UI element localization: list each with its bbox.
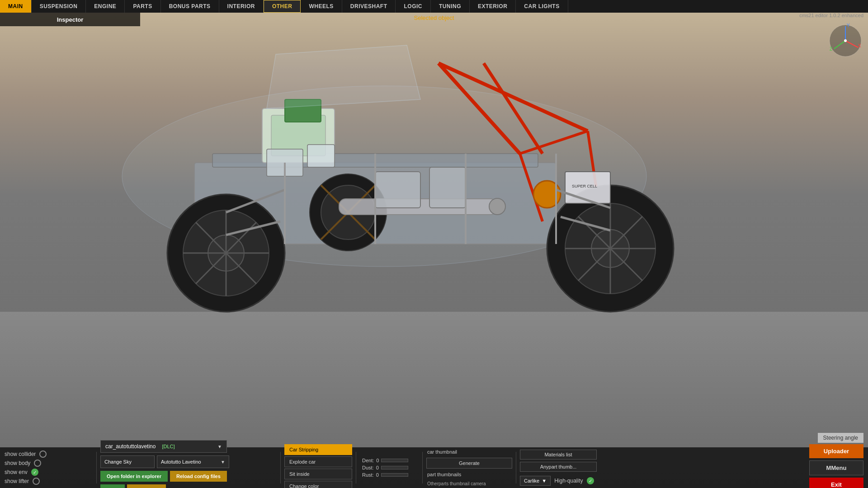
show-body-row: show body xyxy=(5,460,90,467)
quality-preset-dropdown[interactable]: Carlike ▼ xyxy=(520,476,551,486)
tab-engine[interactable]: ENGINE xyxy=(86,0,125,13)
tab-tuning[interactable]: TUNING xyxy=(431,0,470,13)
materials-list-button[interactable]: Materials list xyxy=(520,450,597,460)
reload-config-button[interactable]: Reload config files xyxy=(170,471,227,482)
dust-bar xyxy=(381,466,408,469)
stats-area: Dent: 0 Dust: 0 Rust: 0 xyxy=(358,455,421,480)
show-lifter-row: show lifter xyxy=(5,478,90,485)
inspector-panel: Inspector xyxy=(0,13,140,26)
car-dropdown-arrow: ▼ xyxy=(217,444,222,449)
svg-text:Y: Y xyxy=(847,23,850,28)
sky-selector-dropdown[interactable]: Autotutto Lavetino ▼ xyxy=(157,455,229,468)
explode-car-button[interactable]: Explode car xyxy=(284,456,352,467)
tab-logic[interactable]: LOGIC xyxy=(396,0,431,13)
bottom-bar: show collider show body show env show li… xyxy=(0,447,868,488)
show-env-label: show env xyxy=(5,469,28,475)
dust-stat-row: Dust: 0 xyxy=(362,465,416,470)
save-button[interactable]: Save xyxy=(100,484,125,488)
show-collider-checkbox[interactable] xyxy=(39,450,47,458)
tab-main[interactable]: MAIN xyxy=(0,0,32,13)
svg-rect-38 xyxy=(429,167,466,208)
show-body-checkbox[interactable] xyxy=(34,460,41,467)
part-thumbnails-label: part thumbnails xyxy=(426,471,512,478)
generate-button[interactable]: Generate xyxy=(426,458,512,469)
sky-value: Autotutto Lavetino xyxy=(161,459,201,465)
change-color-button[interactable]: Change color xyxy=(284,481,352,488)
rust-value: 0 xyxy=(376,472,379,478)
tab-bonus-parts[interactable]: BONUS PARTS xyxy=(161,0,219,13)
svg-text:SUPER CELL: SUPER CELL xyxy=(572,184,597,188)
dent-label: Dent: xyxy=(362,458,374,463)
rust-label: Rust: xyxy=(362,472,374,478)
dent-bar xyxy=(381,459,408,462)
quality-area: Carlike ▼ High-quality ✓ xyxy=(520,476,597,486)
context-menu-area: Car Stripping Explode car Sit inside Cha… xyxy=(282,442,354,488)
tab-exterior[interactable]: EXTERIOR xyxy=(470,0,516,13)
inspector-label: Inspector xyxy=(57,16,84,23)
high-quality-indicator: ✓ xyxy=(587,477,594,484)
sky-dropdown-row: Change Sky Autotutto Lavetino ▼ xyxy=(100,455,277,468)
tab-wheels[interactable]: WHEELS xyxy=(301,0,342,13)
change-sky-button[interactable]: Change Sky xyxy=(100,455,155,468)
tab-car-lights[interactable]: CAR LIGHTS xyxy=(516,0,568,13)
car-scene: SUPER CELL xyxy=(68,18,701,380)
quality-preset-value: Carlike xyxy=(524,478,539,483)
show-lifter-checkbox[interactable] xyxy=(33,478,40,485)
dent-value: 0 xyxy=(376,458,379,463)
svg-text:X: X xyxy=(858,43,861,48)
thumbnail-area: car thumbnail Generate part thumbnails O… xyxy=(424,446,514,488)
dent-stat-row: Dent: 0 xyxy=(362,458,416,463)
otherparts-camera-label: Otherparts thumbnail camera xyxy=(426,480,512,487)
car-selector-value: car_autotuttolavetino [DLC] xyxy=(105,443,175,450)
dust-label: Dust: xyxy=(362,465,374,470)
separator-5 xyxy=(516,452,516,483)
high-quality-label: High-quality xyxy=(554,478,583,484)
tab-interior[interactable]: INTERIOR xyxy=(219,0,264,13)
action-buttons-2: Save Reload Car xyxy=(100,484,277,488)
separator-1 xyxy=(96,452,97,483)
show-collider-label: show collider xyxy=(5,451,36,457)
version-text: cms21 editor 1.0.2 enhanced xyxy=(799,13,863,18)
show-env-checkbox[interactable] xyxy=(31,469,38,476)
car-stripping-button[interactable]: Car Stripping xyxy=(284,444,352,455)
separator-2 xyxy=(280,452,281,483)
uploader-button[interactable]: Uploader xyxy=(809,444,863,458)
show-collider-row: show collider xyxy=(5,450,90,458)
separator-4 xyxy=(422,452,423,483)
car-thumbnail-label: car thumbnail xyxy=(426,448,512,455)
bottom-left-section: show collider show body show env show li… xyxy=(0,448,95,487)
reload-car-button[interactable]: Reload Car xyxy=(127,484,166,488)
svg-rect-37 xyxy=(375,172,420,208)
exit-button[interactable]: Exit xyxy=(809,478,863,488)
dust-value: 0 xyxy=(376,465,379,470)
quality-preset-arrow: ▼ xyxy=(542,478,547,483)
car-svg: SUPER CELL xyxy=(68,18,701,371)
tab-other[interactable]: OTHER xyxy=(264,0,301,13)
right-action-buttons: Uploader MMenu Exit xyxy=(805,442,868,488)
sit-inside-button[interactable]: Sit inside xyxy=(284,469,352,479)
car-selector-dropdown[interactable]: car_autotuttolavetino [DLC] ▼ xyxy=(100,440,227,453)
rust-bar xyxy=(381,473,408,477)
steering-angle-label: Steering angle xyxy=(823,435,858,441)
rust-stat-row: Rust: 0 xyxy=(362,472,416,478)
svg-rect-34 xyxy=(307,145,335,167)
show-env-row: show env xyxy=(5,469,90,476)
show-lifter-label: show lifter xyxy=(5,478,29,484)
open-folder-button[interactable]: Open folder in explorer xyxy=(100,471,168,482)
tab-parts[interactable]: PARTS xyxy=(125,0,160,13)
sky-dropdown-arrow: ▼ xyxy=(221,460,225,465)
svg-text:Z: Z xyxy=(830,47,832,52)
tab-driveshaft[interactable]: DRIVESHAFT xyxy=(342,0,396,13)
car-dropdown-row: car_autotuttolavetino [DLC] ▼ xyxy=(100,440,277,453)
separator-3 xyxy=(356,452,356,483)
selected-object-label: Selected object xyxy=(414,14,454,21)
action-buttons: Open folder in explorer Reload config fi… xyxy=(100,471,277,482)
top-nav: MAIN SUSPENSION ENGINE PARTS BONUS PARTS… xyxy=(0,0,868,13)
right-buttons-section: Materials list Anypart thumb... Carlike … xyxy=(518,447,599,488)
change-sky-label: Change Sky xyxy=(104,459,132,465)
car-selector-area: car_autotuttolavetino [DLC] ▼ Change Sky… xyxy=(98,438,279,488)
anypart-thumb-button[interactable]: Anypart thumb... xyxy=(520,462,597,472)
tab-suspension[interactable]: SUSPENSION xyxy=(32,0,86,13)
mmenu-button[interactable]: MMenu xyxy=(809,460,863,475)
svg-point-32 xyxy=(489,198,505,215)
